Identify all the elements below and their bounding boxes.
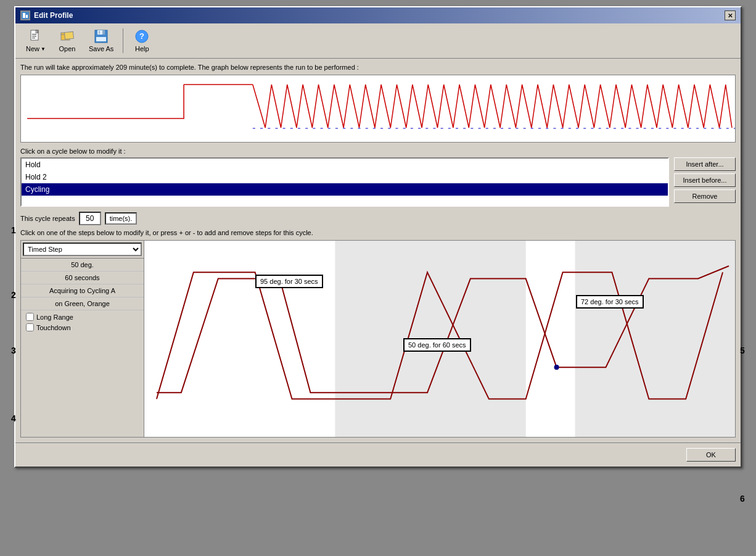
svg-rect-15 <box>99 31 100 34</box>
step-panel: Timed Step 50 deg. 60 seconds Acquiring … <box>21 241 144 437</box>
repeat-suffix: time(s). <box>105 212 138 225</box>
repeat-area: This cycle repeats time(s). <box>20 212 736 225</box>
cycles-buttons: Insert after... Insert before... Remove <box>674 157 736 207</box>
open-button[interactable]: Open <box>52 26 82 56</box>
svg-rect-2 <box>26 15 28 18</box>
close-button[interactable]: ✕ <box>725 10 736 20</box>
cycles-area: Hold Hold 2 Cycling Insert after... Inse… <box>20 157 736 207</box>
cycle-item-hold[interactable]: Hold <box>22 159 668 171</box>
help-button[interactable]: ? Help <box>127 26 157 56</box>
step-params: 50 deg. 60 seconds Acquiring to Cycling … <box>21 259 144 310</box>
cycles-section-label: Click on a cycle below to modify it : <box>20 147 736 155</box>
step-param-channels: on Green, Orange <box>21 297 144 310</box>
step-instruction: Click on one of the steps below to modif… <box>20 229 736 236</box>
touchdown-checkbox-label[interactable]: Touchdown <box>26 323 139 331</box>
saveas-label: Save As <box>89 45 113 52</box>
new-button[interactable]: New ▼ <box>20 26 51 56</box>
saveas-icon <box>94 29 109 44</box>
step-param-acquire: Acquiring to Cycling A <box>21 284 144 297</box>
touchdown-checkbox[interactable] <box>26 323 34 331</box>
step-checkbox-area: Long Range Touchdown <box>21 310 144 334</box>
new-label: New <box>26 45 39 52</box>
svg-rect-14 <box>96 37 106 41</box>
insert-before-button[interactable]: Insert before... <box>674 173 736 187</box>
step-param-temp: 50 deg. <box>21 259 144 272</box>
annotation-50deg-text: 50 deg. for 60 secs <box>408 341 466 349</box>
new-dropdown-arrow[interactable]: ▼ <box>41 46 46 52</box>
saveas-button[interactable]: Save As <box>83 26 119 56</box>
touchdown-label: Touchdown <box>36 324 71 331</box>
ok-button[interactable]: OK <box>686 448 736 462</box>
annotation-95deg: 95 deg. for 30 secs <box>255 275 323 288</box>
svg-rect-5 <box>32 34 36 35</box>
remove-button[interactable]: Remove <box>674 189 736 203</box>
annotation-50deg: 50 deg. for 60 secs <box>403 338 471 352</box>
svg-rect-7 <box>32 38 35 38</box>
cycles-list[interactable]: Hold Hold 2 Cycling <box>20 157 669 207</box>
info-message: The run will take approximately 209 minu… <box>20 64 736 71</box>
cycle-item-cycling[interactable]: Cycling <box>22 183 668 196</box>
open-icon <box>60 29 75 44</box>
overview-graph-svg <box>21 75 735 142</box>
annotation-72deg: 72 deg. for 30 secs <box>576 295 644 309</box>
long-range-label: Long Range <box>36 313 73 321</box>
help-label: Help <box>135 45 149 52</box>
help-icon: ? <box>134 29 149 44</box>
new-icon <box>28 29 43 44</box>
toolbar-separator <box>123 28 123 53</box>
svg-text:?: ? <box>139 31 144 41</box>
overview-graph <box>20 75 736 143</box>
svg-rect-6 <box>32 36 36 36</box>
edit-profile-window: Edit Profile ✕ New ▼ <box>14 6 742 468</box>
toolbar: New ▼ Open Save As <box>15 23 741 59</box>
open-label: Open <box>59 45 75 52</box>
window-title: Edit Profile <box>34 11 73 20</box>
bottom-bar: OK <box>15 442 741 467</box>
repeat-label: This cycle repeats <box>20 215 75 222</box>
svg-rect-10 <box>64 31 73 39</box>
annotation-72deg-text: 72 deg. for 30 secs <box>581 298 639 305</box>
svg-point-23 <box>554 365 559 370</box>
label-6: 6 <box>740 494 745 504</box>
step-param-time: 60 seconds <box>21 272 144 284</box>
long-range-checkbox-label[interactable]: Long Range <box>26 313 139 321</box>
app-icon <box>20 10 30 20</box>
svg-rect-1 <box>23 13 25 18</box>
annotation-95deg-text: 95 deg. for 30 secs <box>260 278 318 285</box>
title-bar: Edit Profile ✕ <box>15 7 741 23</box>
step-type-select[interactable]: Timed Step <box>23 243 142 256</box>
title-bar-left: Edit Profile <box>20 10 73 20</box>
insert-after-button[interactable]: Insert after... <box>674 157 736 171</box>
cycle-item-hold2[interactable]: Hold 2 <box>22 171 668 183</box>
main-content: The run will take approximately 209 minu… <box>15 59 741 442</box>
step-area: Timed Step 50 deg. 60 seconds Acquiring … <box>20 240 736 438</box>
repeat-input[interactable] <box>79 212 101 225</box>
long-range-checkbox[interactable] <box>26 313 34 321</box>
svg-rect-22 <box>575 241 735 437</box>
svg-rect-13 <box>102 30 105 35</box>
step-graph: - + <box>144 241 735 437</box>
step-type-dropdown[interactable]: Timed Step <box>21 241 144 259</box>
